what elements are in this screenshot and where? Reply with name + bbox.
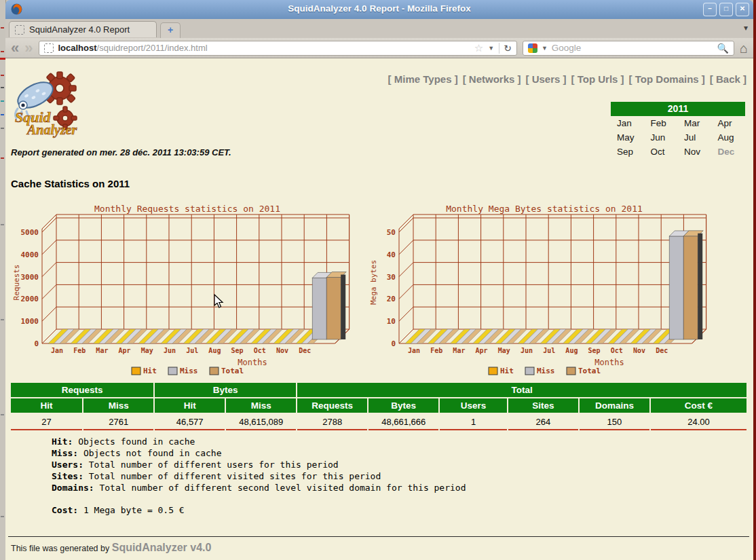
svg-text:Oct: Oct xyxy=(611,347,623,354)
definition-line: Cost: 1 Mega byte = 0.5 € xyxy=(52,504,466,516)
calendar-month-oct[interactable]: Oct xyxy=(645,145,679,159)
forward-button[interactable]: » xyxy=(24,41,33,56)
stats-value-cell: 24.00 xyxy=(651,414,746,430)
bookmark-star-icon[interactable]: ☆ xyxy=(474,42,483,54)
nav-link[interactable]: [ Top Domains ] xyxy=(629,73,705,85)
calendar-month-apr[interactable]: Apr xyxy=(712,116,746,130)
url-text[interactable]: localhost/squidreport/2011/index.html xyxy=(58,43,470,53)
calendar-month-jul[interactable]: Jul xyxy=(678,130,712,145)
stats-group-header: Requests xyxy=(11,383,153,397)
svg-text:Total: Total xyxy=(221,367,244,375)
search-box[interactable]: ▼ Google 🔍 xyxy=(523,41,734,56)
page-footer: This file was generated by SquidAnalyzer… xyxy=(11,542,211,554)
report-generated-text: Report generated on mer. 28 déc. 2011 13… xyxy=(11,147,231,157)
firefox-window: SquidAnalyzer 4.0 Report - Mozilla Firef… xyxy=(5,0,753,560)
calendar-month-nov[interactable]: Nov xyxy=(678,145,712,159)
stats-value-cell: 48,661,666 xyxy=(368,414,438,430)
svg-text:4000: 4000 xyxy=(21,250,39,259)
svg-text:30: 30 xyxy=(387,273,396,282)
svg-text:Sep: Sep xyxy=(231,347,244,354)
search-engine-chevron-icon[interactable]: ▼ xyxy=(542,45,548,52)
calendar-month-jan[interactable]: Jan xyxy=(611,116,645,130)
calendar-month-may[interactable]: May xyxy=(611,130,645,145)
svg-text:Jan: Jan xyxy=(408,347,420,354)
stats-column-header: Users xyxy=(440,398,507,413)
svg-text:Feb: Feb xyxy=(73,347,86,354)
nav-link[interactable]: [ Mime Types ] xyxy=(388,73,458,85)
stats-column-header: Miss xyxy=(226,398,296,413)
definition-line: Miss: Objects not found in cache xyxy=(52,447,466,459)
tab-strip: SquidAnalyzer 4.0 Report + ▾ xyxy=(5,19,753,39)
stats-column-header: Sites xyxy=(508,398,578,413)
svg-text:Months: Months xyxy=(594,358,624,367)
stats-group-header: Total xyxy=(297,383,746,397)
svg-text:20: 20 xyxy=(387,295,396,303)
stats-table: RequestsBytesTotalHitMissHitMissRequests… xyxy=(10,381,748,432)
stats-value-cell: 46,577 xyxy=(155,414,225,430)
svg-text:0: 0 xyxy=(34,339,39,348)
search-magnifier-icon[interactable]: 🔍 xyxy=(717,43,728,54)
google-logo-icon[interactable] xyxy=(528,43,537,53)
svg-text:Nov: Nov xyxy=(276,347,288,354)
back-button[interactable]: « xyxy=(11,41,19,56)
url-bar[interactable]: localhost/squidreport/2011/index.html ☆ … xyxy=(39,41,517,56)
svg-text:Hit: Hit xyxy=(500,367,514,375)
page-title: Cache Statistics on 2011 xyxy=(11,178,130,189)
definition-line: Users: Total number of different users f… xyxy=(52,459,466,470)
search-input[interactable]: Google xyxy=(552,43,713,53)
stats-column-header: Bytes xyxy=(368,398,438,413)
svg-text:May: May xyxy=(141,347,153,354)
definition-line: Domains: Total number of different secon… xyxy=(52,482,466,493)
svg-text:40: 40 xyxy=(387,250,396,259)
svg-text:0: 0 xyxy=(391,339,396,348)
home-icon[interactable]: ⌂ xyxy=(740,41,748,55)
calendar-month-sep[interactable]: Sep xyxy=(611,145,645,159)
svg-text:Mar: Mar xyxy=(96,347,108,354)
svg-text:Analyzer: Analyzer xyxy=(26,122,77,138)
close-button[interactable]: ✕ xyxy=(736,3,749,16)
calendar-month-aug[interactable]: Aug xyxy=(712,130,746,145)
maximize-button[interactable]: □ xyxy=(719,3,733,16)
stats-column-header: Miss xyxy=(83,398,153,413)
nav-link[interactable]: [ Users ] xyxy=(526,73,567,85)
calendar-month-mar[interactable]: Mar xyxy=(678,116,712,130)
svg-text:Mega bytes: Mega bytes xyxy=(369,260,378,305)
svg-text:Jul: Jul xyxy=(543,347,555,354)
svg-text:Monthly Requests statistics on: Monthly Requests statistics on 2011 xyxy=(94,204,280,214)
nav-link[interactable]: [ Top Urls ] xyxy=(571,73,624,85)
svg-text:3000: 3000 xyxy=(21,273,39,282)
svg-text:Aug: Aug xyxy=(208,347,221,354)
report-nav: [ Mime Types ][ Networks ][ Users ][ Top… xyxy=(383,73,746,85)
svg-text:Apr: Apr xyxy=(119,347,131,354)
minimize-button[interactable]: – xyxy=(703,3,717,16)
navigation-toolbar: « » localhost/squidreport/2011/index.htm… xyxy=(5,38,753,58)
nav-link[interactable]: [ Back ] xyxy=(710,73,746,85)
url-dropdown-chevron-icon[interactable]: ▼ xyxy=(488,45,494,52)
nav-link[interactable]: [ Networks ] xyxy=(463,73,521,85)
svg-text:Dec: Dec xyxy=(656,347,668,354)
stats-group-header: Bytes xyxy=(155,383,296,397)
svg-text:May: May xyxy=(498,347,510,354)
list-all-tabs-chevron-icon[interactable]: ▾ xyxy=(744,23,748,33)
new-tab-button[interactable]: + xyxy=(160,22,181,38)
stats-column-header: Requests xyxy=(297,398,367,413)
background-window-strip-right xyxy=(753,0,756,560)
svg-text:Requests: Requests xyxy=(12,265,21,301)
svg-text:10: 10 xyxy=(387,317,396,326)
browser-tab[interactable]: SquidAnalyzer 4.0 Report xyxy=(9,21,157,37)
svg-text:Nov: Nov xyxy=(633,347,645,354)
calendar-month-jun[interactable]: Jun xyxy=(645,130,679,145)
footer-link[interactable]: SquidAnalyzer v4.0 xyxy=(112,542,212,553)
url-host: localhost xyxy=(58,43,97,53)
stats-value-cell: 1 xyxy=(440,414,507,430)
reload-icon[interactable]: ↻ xyxy=(499,43,512,54)
svg-text:2000: 2000 xyxy=(21,295,39,303)
stats-value-cell: 264 xyxy=(508,414,578,430)
window-titlebar[interactable]: SquidAnalyzer 4.0 Report - Mozilla Firef… xyxy=(5,0,753,20)
svg-text:Monthly Mega Bytes statistics: Monthly Mega Bytes statistics on 2011 xyxy=(446,204,643,214)
definition-line: Sites: Total number of different visited… xyxy=(52,470,466,482)
url-path: /squidreport/2011/index.html xyxy=(97,43,208,53)
svg-text:1000: 1000 xyxy=(21,317,39,326)
calendar-month-feb[interactable]: Feb xyxy=(645,116,679,130)
tab-favicon-icon xyxy=(15,25,24,35)
